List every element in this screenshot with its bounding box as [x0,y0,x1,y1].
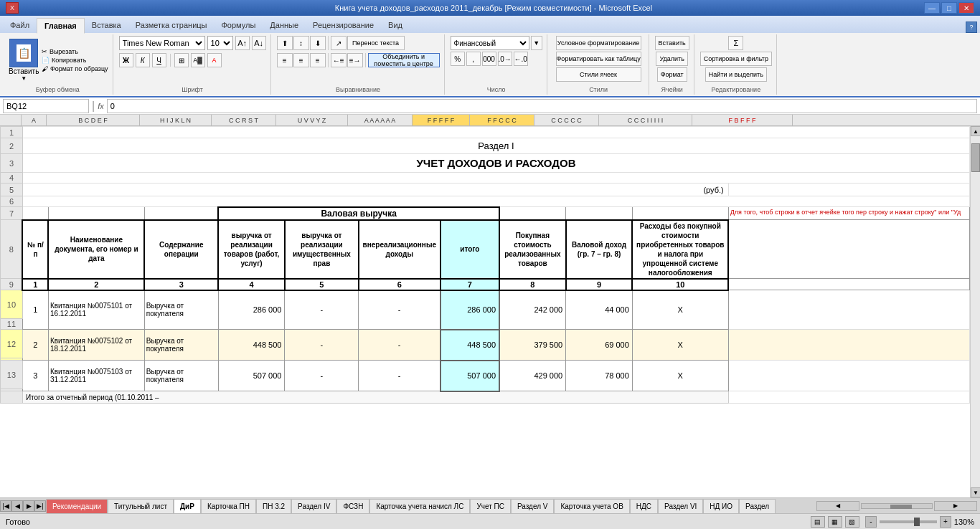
format-painter-button[interactable]: 🖌 Формат по образцу [42,65,108,72]
insert-button[interactable]: Вставить [655,36,689,50]
copy-button[interactable]: 📄 Копировать [42,57,108,64]
number-format-select[interactable]: Финансовый [451,36,529,50]
align-left-button[interactable]: ≡ [277,53,293,67]
scroll-up-button[interactable]: ▲ [971,126,980,136]
tab-insert[interactable]: Вставка [85,17,128,33]
tab-dir[interactable]: ДиР [174,499,201,513]
name-box[interactable] [3,99,89,113]
tab-file[interactable]: Файл [3,17,37,33]
tab-next-button[interactable]: ▶ [23,500,34,512]
font-size-select[interactable]: 10 [207,36,233,50]
comma-button[interactable]: , [466,52,481,66]
bold-button[interactable]: Ж [119,53,133,67]
percent-button[interactable]: % [451,52,465,66]
thousands-button[interactable]: 000 [482,52,496,66]
increase-indent-button[interactable]: ≡→ [347,53,363,67]
tab-formulas[interactable]: Формулы [214,17,263,33]
h-scroll-thumb[interactable] [890,505,912,509]
font-name-select[interactable]: Times New Roman [119,36,205,50]
formula-divider: | [92,100,95,113]
borders-button[interactable]: ⊞ [174,53,189,67]
font-color-button[interactable]: A [207,53,222,67]
col-header-6: внереализационные доходы [359,220,440,279]
format-table-button[interactable]: Форматировать как таблицу [556,52,641,66]
align-right-button[interactable]: ≡ [310,53,326,67]
font-shrink-button[interactable]: A↓ [252,36,266,50]
font-group: Times New Roman 10 A↑ A↓ Ж К Ч ⊞ A▓ A Шр… [115,34,271,95]
zoom-slider[interactable] [880,520,937,523]
tab-uchet-ps[interactable]: Учет ПС [470,499,511,513]
tab-pn32[interactable]: ПН 3.2 [256,499,291,513]
sum-button[interactable]: Σ [728,36,743,50]
wrap-text-button[interactable]: Перенос текста [347,36,405,50]
tab-title-page[interactable]: Титульный лист [108,499,174,513]
find-select-button[interactable]: Найти и выделить [705,67,767,82]
maximize-button[interactable]: □ [941,2,957,14]
align-middle-button[interactable]: ↕ [293,36,309,50]
h-scroll-left[interactable]: ◀ [816,501,859,511]
scroll-track[interactable] [971,136,980,487]
spreadsheet-area[interactable]: 1 2 Раздел I 3 УЧЕТ ДОХОДОВ И РАСХОДОВ 4… [0,126,970,497]
vertical-scrollbar[interactable]: ▲ ▼ [970,126,980,497]
zoom-thumb[interactable] [914,518,920,526]
close-button[interactable]: ✕ [958,2,974,14]
excel-icon: X [6,2,19,14]
fill-color-button[interactable]: A▓ [191,53,205,67]
zoom-in-button[interactable]: + [940,516,951,528]
align-top-button[interactable]: ⬆ [277,36,293,50]
clipboard-label: Буфер обмена [36,85,80,93]
tab-first-button[interactable]: |◀ [0,500,11,512]
italic-button[interactable]: К [136,53,150,67]
decrease-decimal-button[interactable]: ←.0 [514,52,528,66]
page-layout-button[interactable]: ▦ [828,516,842,528]
normal-view-button[interactable]: ▤ [811,516,825,528]
cut-button[interactable]: ✂ Вырезать [42,48,108,55]
tab-section5[interactable]: Раздел V [511,499,555,513]
conditional-formatting-button[interactable]: Условное форматирование [556,36,641,50]
decrease-indent-button[interactable]: ←≡ [331,53,347,67]
tab-review[interactable]: Рецензирование [306,17,381,33]
tab-page-layout[interactable]: Разметка страницы [128,17,215,33]
h-scroll-right[interactable]: ▶ [934,501,977,511]
tab-nds[interactable]: НДС [630,499,658,513]
tab-card-pn[interactable]: Карточка ПН [201,499,256,513]
styles-group: Условное форматирование Форматировать ка… [549,34,649,95]
table-row: 5 (руб.) [1,184,970,196]
increase-decimal-button[interactable]: .0→ [498,52,512,66]
font-grow-button[interactable]: A↑ [235,36,250,50]
cell-styles-button[interactable]: Стили ячеек [556,67,641,82]
scroll-thumb[interactable] [971,143,980,172]
tab-fszn[interactable]: ФСЗН [336,499,369,513]
page-break-view-button[interactable]: ▧ [845,516,859,528]
tab-card-ls[interactable]: Карточка учета начисл ЛС [369,499,470,513]
sort-filter-button[interactable]: Сортировка и фильтр [700,52,772,66]
paste-button[interactable]: 📋 Вставить ▼ [7,37,40,83]
merge-center-button[interactable]: Объединить и поместить в центре [368,53,440,67]
underline-button[interactable]: Ч [152,53,166,67]
formula-input[interactable] [107,99,977,113]
format-button[interactable]: Формат [657,67,687,82]
tab-home[interactable]: Главная [37,18,85,34]
delete-button[interactable]: Удалить [656,52,687,66]
scroll-down-button[interactable]: ▼ [971,487,980,497]
help-icon[interactable]: ? [966,22,977,33]
h-scroll-track[interactable] [861,503,933,509]
align-bottom-button[interactable]: ⬇ [310,36,326,50]
tab-card-ov[interactable]: Карточка учета ОВ [554,499,629,513]
align-center-button[interactable]: ≡ [293,53,309,67]
minimize-button[interactable]: — [924,2,940,14]
tab-data[interactable]: Данные [263,17,306,33]
column-headers: A B C D E F H I J K L N C C R S T U V V … [0,115,980,126]
tab-last-button[interactable]: ▶| [34,500,46,512]
tab-recommendations[interactable]: Рекомендации [46,499,108,513]
tab-section4[interactable]: Раздел IV [291,499,336,513]
tab-nd-io[interactable]: НД ИО [703,499,739,513]
zoom-out-button[interactable]: - [865,516,877,528]
tab-section6[interactable]: Раздел VI [658,499,703,513]
tab-prev-button[interactable]: ◀ [11,500,23,512]
tab-view[interactable]: Вид [381,17,410,33]
text-rotate-button[interactable]: ↗ [331,36,347,50]
tab-section[interactable]: Раздел [739,499,776,513]
row-num-header [0,115,22,125]
number-format-expand[interactable]: ▼ [531,36,542,50]
